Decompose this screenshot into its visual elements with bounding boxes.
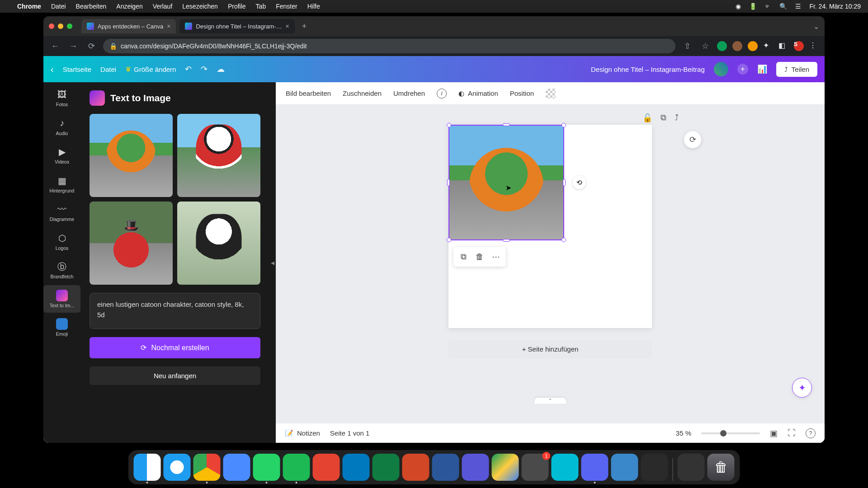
- address-bar[interactable]: 🔒 canva.com/design/DAFeGfv4mD0/8wNhH46Fi…: [103, 39, 675, 53]
- resize-handle-bl[interactable]: [447, 238, 451, 242]
- extension-icon[interactable]: [732, 41, 742, 51]
- ai-assist-button[interactable]: ✦: [792, 378, 812, 398]
- resize-handle-br[interactable]: [561, 238, 566, 242]
- dock-imovie[interactable]: [462, 454, 489, 481]
- zoom-thumb[interactable]: [720, 430, 726, 436]
- share-button[interactable]: ⤴ Teilen: [776, 62, 817, 77]
- rail-hintergrund[interactable]: ▦ Hintergrund: [43, 170, 80, 198]
- close-tab-icon[interactable]: ×: [286, 23, 289, 30]
- close-tab-icon[interactable]: ×: [167, 23, 170, 30]
- user-avatar[interactable]: [714, 62, 728, 76]
- close-window-button[interactable]: [49, 23, 54, 29]
- resize-handle-l[interactable]: [447, 179, 450, 186]
- animation-button[interactable]: ◐ Animation: [458, 89, 498, 98]
- rail-diagramme[interactable]: 〰 Diagramme: [43, 199, 80, 227]
- back-icon[interactable]: ‹: [51, 64, 54, 75]
- rail-audio[interactable]: ♪ Audio: [43, 113, 80, 141]
- dock-drive[interactable]: [492, 454, 519, 481]
- rotate-handle[interactable]: ⟲: [572, 176, 586, 189]
- more-icon[interactable]: ⋯: [489, 249, 503, 264]
- info-icon[interactable]: i: [437, 89, 447, 99]
- dock-spotify[interactable]: [283, 454, 310, 481]
- minimize-window-button[interactable]: [58, 23, 63, 29]
- control-center-icon[interactable]: ☰: [795, 3, 801, 10]
- add-page-button[interactable]: + Seite hinzufügen: [448, 340, 652, 358]
- menu-anzeigen[interactable]: Anzeigen: [116, 3, 142, 10]
- generated-image-1[interactable]: [90, 114, 173, 197]
- cloud-sync-icon[interactable]: ☁: [217, 64, 225, 74]
- generated-image-2[interactable]: [177, 114, 260, 197]
- reload-button[interactable]: ⟳: [85, 40, 98, 52]
- resize-handle-tr[interactable]: [561, 123, 566, 127]
- analytics-icon[interactable]: 📊: [757, 64, 767, 74]
- tabs-dropdown-icon[interactable]: ⌄: [813, 22, 819, 31]
- dock-finder[interactable]: [134, 454, 161, 481]
- page-indicator[interactable]: Seite 1 von 1: [330, 429, 370, 437]
- prompt-input[interactable]: einen lustigen catoon charakter, catoon …: [90, 293, 260, 329]
- rail-emoji[interactable]: Emoji: [43, 314, 80, 342]
- unlock-icon[interactable]: 🔓: [642, 113, 652, 123]
- dock-app[interactable]: [611, 454, 638, 481]
- rail-videos[interactable]: ▶ Videos: [43, 141, 80, 169]
- profile-avatar[interactable]: S: [794, 41, 804, 51]
- menu-hilfe[interactable]: Hilfe: [307, 3, 320, 10]
- search-icon[interactable]: 🔍: [779, 3, 787, 10]
- extensions-icon[interactable]: ✦: [763, 41, 773, 51]
- position-button[interactable]: Position: [510, 89, 534, 97]
- redo-icon[interactable]: ↷: [201, 64, 208, 74]
- rail-logos[interactable]: ⬡ Logos: [43, 228, 80, 256]
- generated-image-3[interactable]: [90, 202, 173, 285]
- selected-image[interactable]: ⟲ ➤: [448, 125, 564, 240]
- file-menu[interactable]: Datei: [100, 66, 116, 73]
- dock-whatsapp[interactable]: [253, 454, 280, 481]
- regenerate-button[interactable]: ⟳ Nochmal erstellen: [90, 337, 260, 358]
- undo-icon[interactable]: ↶: [185, 64, 192, 74]
- resize-handle-r[interactable]: [563, 179, 566, 186]
- rail-fotos[interactable]: 🖼 Fotos: [43, 84, 80, 112]
- home-link[interactable]: Startseite: [63, 66, 91, 73]
- duplicate-icon[interactable]: ⧉: [456, 249, 471, 264]
- battery-icon[interactable]: 🔋: [749, 3, 757, 10]
- dock-excel[interactable]: [373, 454, 400, 481]
- dock-todoist[interactable]: [313, 454, 340, 481]
- menu-lesezeichen[interactable]: Lesezeichen: [182, 3, 218, 10]
- document-title[interactable]: Design ohne Titel – Instagram-Beitrag: [591, 66, 705, 73]
- rail-brandfetch[interactable]: ⓑ Brandfetch: [43, 256, 80, 284]
- share-page-icon[interactable]: ⇧: [681, 40, 693, 52]
- forward-button[interactable]: →: [67, 40, 80, 52]
- extension-icon[interactable]: [717, 41, 727, 51]
- dock-safari[interactable]: [164, 454, 191, 481]
- dock-zoom[interactable]: [223, 454, 250, 481]
- expand-timeline-handle[interactable]: ⌃: [534, 398, 566, 404]
- bookmark-icon[interactable]: ☆: [699, 40, 712, 52]
- wifi-icon[interactable]: ᯤ: [765, 3, 771, 10]
- dock-chrome[interactable]: [193, 454, 221, 481]
- dock-app[interactable]: [678, 454, 705, 481]
- canvas-page[interactable]: ⟲ ➤: [448, 125, 652, 328]
- menu-bearbeiten[interactable]: Bearbeiten: [76, 3, 107, 10]
- canvas-viewport[interactable]: 🔓 ⧉ ⤴ ⟳: [276, 105, 825, 423]
- zoom-slider[interactable]: [701, 432, 760, 434]
- zoom-level[interactable]: 35 %: [676, 429, 691, 437]
- crop-button[interactable]: Zuschneiden: [343, 89, 382, 97]
- menubar-app[interactable]: Chrome: [17, 3, 41, 10]
- maximize-window-button[interactable]: [67, 23, 72, 29]
- delete-icon[interactable]: 🗑: [472, 249, 487, 264]
- fullscreen-icon[interactable]: ⛶: [788, 428, 796, 438]
- dock-word[interactable]: [432, 454, 459, 481]
- dock-app[interactable]: [552, 454, 579, 481]
- collapse-panel-handle[interactable]: ◂: [269, 82, 276, 443]
- resize-handle-b[interactable]: [503, 239, 510, 242]
- menu-datei[interactable]: Datei: [51, 3, 66, 10]
- menubar-clock[interactable]: Fr. 24. März 10:29: [809, 3, 861, 10]
- dock-voice-memos[interactable]: [641, 454, 668, 481]
- menu-profile[interactable]: Profile: [228, 3, 246, 10]
- export-page-icon[interactable]: ⤴: [675, 113, 679, 123]
- screenrecord-icon[interactable]: ◉: [736, 3, 741, 10]
- duplicate-page-icon[interactable]: ⧉: [660, 113, 666, 123]
- flip-button[interactable]: Umdrehen: [393, 89, 425, 97]
- rail-text-to-image[interactable]: Text to Im...: [43, 285, 80, 313]
- dock-settings[interactable]: 1: [522, 454, 549, 481]
- notes-button[interactable]: 📝 Notizen: [285, 429, 320, 437]
- extension-icon[interactable]: [748, 41, 758, 51]
